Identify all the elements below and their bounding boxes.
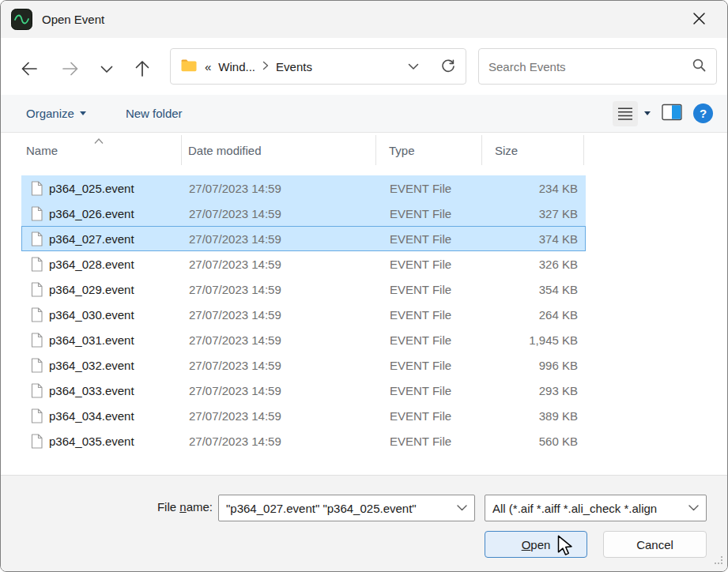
file-size: 560 KB	[539, 435, 578, 448]
file-row[interactable]: p364_031.event 27/07/2023 14:59 EVENT Fi…	[21, 327, 586, 352]
file-row[interactable]: p364_028.event 27/07/2023 14:59 EVENT Fi…	[21, 251, 586, 277]
breadcrumb-current[interactable]: Events	[276, 60, 312, 73]
file-size: 264 KB	[539, 308, 578, 322]
file-name: p364_035.event	[49, 435, 134, 448]
file-name: p364_031.event	[49, 333, 134, 347]
resize-grip[interactable]	[715, 554, 723, 568]
file-date-modified: 27/07/2023 14:59	[189, 283, 281, 296]
new-folder-button[interactable]: New folder	[126, 107, 183, 120]
file-size: 234 KB	[539, 182, 578, 195]
recent-locations-button[interactable]	[92, 55, 121, 84]
organize-button[interactable]: Organize	[26, 107, 86, 120]
file-name: p364_025.event	[49, 182, 134, 195]
file-name: p364_028.event	[49, 258, 134, 271]
file-size: 996 KB	[539, 359, 578, 372]
file-date-modified: 27/07/2023 14:59	[189, 333, 281, 347]
close-button[interactable]	[683, 9, 715, 31]
window-title: Open Event	[42, 13, 104, 26]
column-divider[interactable]	[181, 135, 182, 165]
cancel-button[interactable]: Cancel	[603, 531, 707, 558]
file-date-modified: 27/07/2023 14:59	[189, 258, 281, 271]
file-row[interactable]: p364_033.event 27/07/2023 14:59 EVENT Fi…	[21, 378, 586, 403]
organize-label: Organize	[26, 107, 74, 120]
file-date-modified: 27/07/2023 14:59	[189, 308, 281, 322]
preview-pane-button[interactable]	[662, 103, 682, 123]
file-type: EVENT File	[390, 232, 451, 246]
column-header-row: Name Date modified Type Size	[1, 133, 727, 169]
file-list: p364_025.event 27/07/2023 14:59 EVENT Fi…	[1, 169, 727, 475]
title-bar: Open Event	[1, 1, 727, 38]
address-bar[interactable]: « Wind... Events	[170, 48, 466, 85]
help-button[interactable]: ?	[693, 103, 713, 123]
open-event-dialog: Open Event	[0, 0, 728, 572]
file-icon	[31, 358, 43, 373]
file-size: 326 KB	[539, 258, 578, 271]
forward-button[interactable]	[56, 55, 85, 84]
file-date-modified: 27/07/2023 14:59	[189, 435, 281, 448]
file-size: 354 KB	[539, 283, 578, 296]
footer-bar: File name: All (*.aif *.aiff *.ali_check…	[1, 475, 727, 571]
file-name: p364_029.event	[49, 283, 134, 296]
file-size: 1,945 KB	[529, 333, 578, 347]
search-box	[478, 48, 717, 85]
column-divider[interactable]	[375, 135, 376, 165]
file-row[interactable]: p364_030.event 27/07/2023 14:59 EVENT Fi…	[21, 302, 586, 327]
file-icon	[31, 383, 43, 398]
breadcrumb-collapsed[interactable]: «	[205, 60, 211, 73]
change-view-button[interactable]	[613, 101, 651, 126]
file-name: p364_030.event	[49, 308, 134, 322]
file-name-combobox	[218, 495, 475, 521]
column-header-date-modified[interactable]: Date modified	[188, 144, 262, 157]
forward-arrow-icon	[61, 60, 80, 80]
file-type-value: All (*.aif *.aiff *.ali_check *.align	[485, 502, 687, 515]
column-divider[interactable]	[583, 135, 584, 165]
file-name-label: File name:	[96, 500, 213, 514]
file-type: EVENT File	[390, 207, 451, 220]
sort-ascending-icon	[93, 134, 104, 147]
file-row[interactable]: p364_029.event 27/07/2023 14:59 EVENT Fi…	[21, 277, 586, 302]
file-type: EVENT File	[390, 308, 451, 322]
file-icon	[31, 408, 43, 423]
close-icon	[692, 12, 706, 28]
file-name: p364_027.event	[49, 232, 134, 246]
file-row[interactable]: p364_025.event 27/07/2023 14:59 EVENT Fi…	[21, 175, 586, 201]
file-type: EVENT File	[390, 333, 451, 347]
app-logo-icon	[11, 9, 32, 30]
file-row[interactable]: p364_035.event 27/07/2023 14:59 EVENT Fi…	[21, 428, 586, 453]
file-name-dropdown-icon[interactable]	[455, 505, 474, 511]
chevron-down-icon	[100, 64, 113, 76]
open-button[interactable]: Open	[485, 531, 587, 558]
column-header-type[interactable]: Type	[389, 144, 415, 157]
address-dropdown-button[interactable]	[408, 63, 419, 70]
file-name: p364_034.event	[49, 409, 134, 423]
file-type-dropdown-icon[interactable]	[687, 505, 706, 511]
new-folder-label: New folder	[126, 107, 183, 120]
file-type: EVENT File	[390, 409, 451, 423]
file-size: 389 KB	[539, 409, 578, 423]
file-name-input[interactable]	[219, 502, 455, 515]
file-icon	[31, 231, 43, 246]
breadcrumb-separator-icon	[262, 60, 269, 73]
file-name: p364_032.event	[49, 359, 134, 372]
file-icon	[31, 206, 43, 221]
file-row[interactable]: p364_032.event 27/07/2023 14:59 EVENT Fi…	[21, 352, 586, 378]
file-icon	[31, 434, 43, 449]
file-icon	[31, 333, 43, 348]
file-row[interactable]: p364_034.event 27/07/2023 14:59 EVENT Fi…	[21, 403, 586, 428]
preview-pane-icon	[662, 103, 682, 123]
file-row[interactable]: p364_026.event 27/07/2023 14:59 EVENT Fi…	[21, 201, 586, 226]
up-button[interactable]	[128, 55, 157, 84]
column-divider[interactable]	[481, 135, 482, 165]
file-name: p364_026.event	[49, 207, 134, 220]
toolbar-right-group: ?	[613, 101, 713, 126]
column-header-size[interactable]: Size	[495, 144, 518, 157]
breadcrumb-parent[interactable]: Wind...	[218, 60, 255, 73]
back-button[interactable]	[15, 55, 43, 84]
column-header-name[interactable]: Name	[26, 144, 58, 157]
file-type-combobox[interactable]: All (*.aif *.aiff *.ali_check *.align	[485, 495, 707, 521]
file-date-modified: 27/07/2023 14:59	[189, 182, 281, 195]
refresh-button[interactable]	[440, 58, 456, 74]
file-row[interactable]: p364_027.event 27/07/2023 14:59 EVENT Fi…	[21, 226, 586, 251]
file-size: 327 KB	[539, 207, 578, 220]
search-input[interactable]	[488, 60, 692, 73]
